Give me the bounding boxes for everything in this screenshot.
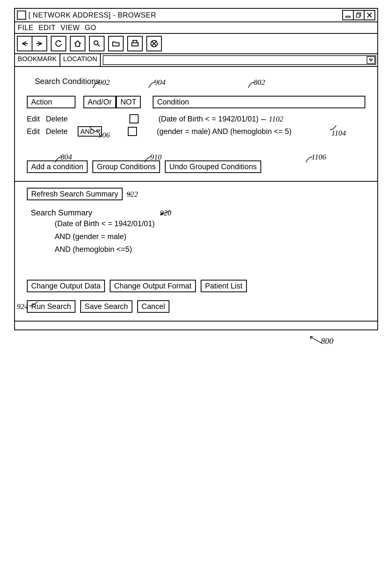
home-button[interactable] — [70, 36, 85, 51]
delete-link[interactable]: Delete — [46, 115, 68, 123]
page-content: Search Conditions 902 904 802 Action And… — [15, 67, 377, 321]
search-icon[interactable] — [89, 36, 105, 51]
folder-button[interactable] — [108, 36, 124, 51]
svg-rect-0 — [346, 16, 350, 17]
close-button[interactable] — [364, 10, 375, 20]
delete-link[interactable]: Delete — [46, 127, 68, 136]
edit-link[interactable]: Edit — [27, 127, 40, 136]
callout-910: 910 — [150, 152, 162, 161]
svg-rect-2 — [356, 14, 360, 17]
search-summary-text: (Date of Birth < = 1942/01/01) AND (gend… — [55, 217, 365, 256]
window-controls — [343, 10, 375, 20]
menu-go[interactable]: GO — [85, 24, 96, 32]
patient-list-button[interactable]: Patient List — [201, 280, 247, 292]
not-checkbox[interactable] — [128, 127, 137, 136]
output-buttons: Change Output Data Change Output Format … — [27, 280, 365, 292]
location-dropdown-icon[interactable] — [367, 56, 375, 64]
callout-920: 920 — [160, 208, 171, 217]
location-label: LOCATION — [59, 53, 101, 67]
callout-924: 924 — [17, 302, 28, 311]
menubar: FILE EDIT VIEW GO — [15, 22, 377, 34]
callout-904: 904 — [154, 78, 166, 87]
not-checkbox[interactable] — [129, 114, 139, 124]
condition-row: Edit Delete (Date of Birth < = 1942/01/0… — [27, 114, 365, 124]
condition-text: (gender = male) AND (hemoglobin <= 5) — [157, 127, 292, 136]
location-input[interactable] — [103, 55, 376, 65]
stop-button[interactable] — [146, 36, 162, 51]
toolbar — [15, 34, 377, 54]
header-andor: And/Or — [84, 96, 116, 108]
menu-file[interactable]: FILE — [18, 24, 34, 32]
divider — [15, 181, 377, 182]
reload-button[interactable] — [51, 36, 66, 51]
location-bar: BOOKMARK LOCATION — [15, 54, 377, 67]
condition-buttons: Add a condition Group Conditions Undo Gr… — [27, 160, 365, 173]
undo-grouped-button[interactable]: Undo Grouped Conditions — [165, 160, 261, 173]
condition-row: Edit Delete AND (gender = male) AND (hem… — [27, 126, 365, 137]
change-output-format-button[interactable]: Change Output Format — [110, 280, 196, 292]
callout-922: 922 — [127, 190, 138, 198]
refresh-summary-button[interactable]: Refresh Search Summary — [27, 188, 123, 200]
callout-1106: 1106 — [312, 152, 326, 161]
bookmark-button[interactable]: BOOKMARK — [14, 53, 60, 67]
browser-window: [ NETWORK ADDRESS] - BROWSER FILE EDIT V… — [14, 8, 378, 330]
app-icon — [17, 11, 26, 20]
header-action: Action — [27, 96, 75, 108]
statusbar — [15, 321, 377, 330]
condition-headers: Action And/Or NOT Condition — [27, 96, 365, 108]
edit-link[interactable]: Edit — [27, 115, 40, 123]
window-title: [ NETWORK ADDRESS] - BROWSER — [28, 11, 341, 19]
callout-802: 802 — [254, 78, 265, 87]
change-output-data-button[interactable]: Change Output Data — [27, 280, 105, 292]
svg-rect-8 — [132, 43, 138, 46]
action-buttons: Run Search Save Search Cancel — [27, 300, 365, 313]
forward-button[interactable] — [32, 36, 47, 51]
menu-view[interactable]: VIEW — [61, 24, 80, 32]
callout-1102: 1102 — [261, 114, 283, 123]
cancel-button[interactable]: Cancel — [137, 300, 169, 313]
titlebar: [ NETWORK ADDRESS] - BROWSER — [15, 9, 377, 22]
callout-906: 906 — [89, 131, 110, 139]
search-conditions-heading: Search Conditions — [35, 77, 365, 86]
search-summary-heading: Search Summary — [31, 208, 92, 217]
callout-804: 804 — [61, 152, 72, 161]
save-search-button[interactable]: Save Search — [80, 300, 132, 313]
condition-text: (Date of Birth < = 1942/01/01) — [158, 115, 259, 123]
menu-edit[interactable]: EDIT — [39, 24, 56, 32]
callout-1104: 1104 — [332, 129, 346, 137]
print-button[interactable] — [127, 36, 143, 51]
minimize-button[interactable] — [342, 10, 354, 20]
svg-point-5 — [94, 41, 98, 45]
header-not: NOT — [116, 96, 141, 108]
svg-line-6 — [98, 44, 99, 46]
callout-902: 902 — [98, 78, 110, 87]
header-condition: Condition — [153, 96, 365, 108]
maximize-button[interactable] — [353, 10, 364, 20]
back-button[interactable] — [17, 36, 32, 51]
